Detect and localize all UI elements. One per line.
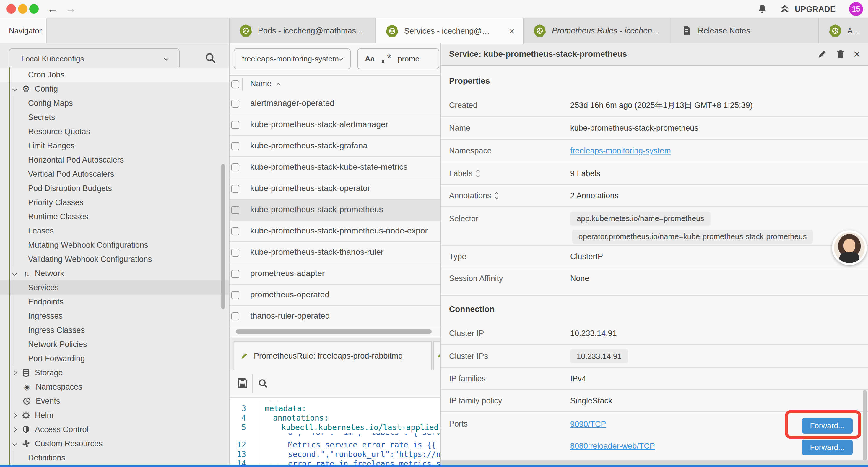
code-link[interactable]: https://net — [399, 450, 440, 459]
table-row[interactable]: alertmanager-operated — [229, 93, 440, 114]
search-input[interactable] — [398, 54, 433, 63]
sidebar-item-mutating-webhook-configurations[interactable]: Mutating Webhook Configurations — [0, 238, 229, 252]
select-all-checkbox[interactable] — [231, 80, 239, 88]
forward-port-button-8080[interactable]: Forward... — [802, 439, 852, 455]
sidebar-item-validating-webhook-configurations[interactable]: Validating Webhook Configurations — [0, 252, 229, 266]
row-checkbox[interactable] — [231, 99, 239, 108]
sidebar-search-icon[interactable] — [204, 52, 217, 64]
row-checkbox[interactable] — [231, 142, 239, 150]
account-badge[interactable]: 15 — [849, 2, 863, 16]
table-row[interactable]: kube-prometheus-stack-kube-state-metrics — [229, 157, 440, 178]
minimize-window-button[interactable] — [18, 4, 28, 13]
document-icon — [681, 25, 692, 37]
row-checkbox[interactable] — [231, 270, 239, 278]
sidebar-item-services[interactable]: Services — [0, 281, 229, 295]
sidebar-item-storage[interactable]: Storage — [0, 366, 229, 380]
tab-prometheus-rules[interactable]: Prometheus Rules - icecheng... — [524, 18, 671, 43]
sidebar-item-limit-ranges[interactable]: Limit Ranges — [0, 139, 229, 153]
close-panel-icon[interactable]: × — [854, 49, 860, 59]
match-case-toggle[interactable]: Aa — [365, 54, 375, 63]
navigator-panel-tab[interactable]: Navigator — [0, 18, 47, 43]
sidebar-item-helm[interactable]: Helm — [0, 408, 229, 422]
row-checkbox[interactable] — [231, 249, 239, 257]
delete-trash-icon[interactable] — [835, 49, 846, 59]
sidebar-item-endpoints[interactable]: Endpoints — [0, 295, 229, 309]
save-icon[interactable] — [236, 377, 249, 389]
port-link-9090[interactable]: 9090/TCP — [570, 420, 606, 429]
sidebar-item-config[interactable]: ⚙Config — [0, 82, 229, 96]
sidebar-item-leases[interactable]: Leases — [0, 224, 229, 238]
kubeconfig-selector[interactable]: Local Kubeconfigs — [9, 49, 180, 69]
forward-button[interactable]: → — [66, 2, 76, 16]
editor-search-icon[interactable] — [257, 378, 269, 389]
expand-collapse-icon[interactable] — [495, 193, 498, 199]
tab-release-notes[interactable]: Release Notes — [671, 18, 819, 43]
notifications-bell-icon[interactable] — [756, 3, 768, 15]
row-checkbox[interactable] — [231, 185, 239, 193]
expand-collapse-icon[interactable] — [477, 170, 479, 176]
table-row[interactable]: kube-prometheus-stack-grafana — [229, 136, 440, 157]
table-row-selected[interactable]: kube-prometheus-stack-prometheus — [229, 200, 440, 221]
kubeconfig-selector-value: Local Kubeconfigs — [21, 54, 84, 63]
row-checkbox[interactable] — [231, 121, 239, 129]
sidebar-item-resource-quotas[interactable]: Resource Quotas — [0, 124, 229, 139]
name-column-header[interactable]: Name — [250, 79, 280, 88]
sidebar-item-ingress-classes[interactable]: Ingress Classes — [0, 323, 229, 337]
regex-toggle[interactable]: * — [381, 54, 391, 64]
sidebar-item-network-policies[interactable]: Network Policies — [0, 337, 229, 351]
tab-services[interactable]: Services - icecheng@math... × — [376, 18, 524, 44]
row-checkbox[interactable] — [231, 227, 239, 235]
service-name: prometheus-adapter — [250, 269, 439, 278]
editor-tab-label: PrometheusRule: freeleaps-prod-rabbitmq — [254, 351, 403, 360]
tab-pods[interactable]: Pods - icecheng@mathmas... — [229, 18, 376, 43]
detail-scrollbar[interactable] — [863, 390, 867, 461]
maximize-window-button[interactable] — [29, 4, 39, 13]
edit-pencil-icon[interactable] — [817, 49, 828, 59]
sidebar-item-vertical-pod-autoscalers[interactable]: Vertical Pod Autoscalers — [0, 167, 229, 181]
sidebar-item-events[interactable]: Events — [0, 394, 229, 408]
sidebar-item-secrets[interactable]: Secrets — [0, 110, 229, 124]
sidebar-item-namespaces[interactable]: ◈Namespaces — [0, 380, 229, 394]
table-row[interactable]: kube-prometheus-stack-alertmanager — [229, 114, 440, 136]
avatar[interactable] — [832, 230, 867, 265]
sidebar-item-network[interactable]: ↑↓Network — [0, 266, 229, 281]
sidebar-item-ingresses[interactable]: Ingresses — [0, 309, 229, 323]
chevron-down-icon — [12, 271, 17, 276]
horizontal-scrollbar[interactable] — [236, 329, 432, 334]
sidebar-item-config-maps[interactable]: Config Maps — [0, 96, 229, 110]
name-filter-box[interactable]: Aa * — [357, 49, 439, 69]
table-row[interactable]: kube-prometheus-stack-thanos-ruler — [229, 242, 440, 263]
sidebar-item-port-forwarding[interactable]: Port Forwarding — [0, 351, 229, 366]
editor-tab-prometheusrule[interactable]: PrometheusRule: freeleaps-prod-rabbitmq — [234, 341, 432, 370]
table-row[interactable]: prometheus-adapter — [229, 263, 440, 285]
yaml-editor[interactable]: 3metadata: 4annotations: 5kubectl.kubern… — [229, 398, 440, 467]
sidebar-item-definitions[interactable]: Definitions — [0, 451, 229, 465]
row-checkbox[interactable] — [231, 291, 239, 299]
sidebar-scrollbar[interactable] — [221, 164, 225, 309]
namespace-link[interactable]: freeleaps-monitoring-system — [570, 146, 671, 155]
upgrade-button[interactable]: UPGRADE — [779, 3, 836, 15]
item-label: Access Control — [35, 425, 89, 434]
sidebar-item-cron-jobs[interactable]: Cron Jobs — [0, 68, 229, 82]
sidebar-item-horizontal-pod-autoscalers[interactable]: Horizontal Pod Autoscalers — [0, 153, 229, 167]
row-checkbox[interactable] — [231, 164, 239, 171]
sidebar-item-priority-classes[interactable]: Priority Classes — [0, 195, 229, 209]
close-tab-icon[interactable]: × — [501, 25, 515, 37]
row-label: Created — [449, 101, 477, 110]
editor-tab-next[interactable] — [433, 341, 440, 370]
namespace-filter-dropdown[interactable]: freeleaps-monitoring-system — [234, 49, 351, 69]
tab-argo[interactable]: Argo Se — [819, 18, 868, 43]
back-button[interactable]: ← — [47, 2, 58, 16]
sidebar-item-access-control[interactable]: Access Control — [0, 422, 229, 437]
port-link-8080[interactable]: 8080:reloader-web/TCP — [570, 442, 655, 451]
table-row[interactable]: kube-prometheus-stack-operator — [229, 178, 440, 200]
row-checkbox[interactable] — [231, 206, 239, 214]
table-row[interactable]: prometheus-operated — [229, 285, 440, 306]
sidebar-item-runtime-classes[interactable]: Runtime Classes — [0, 209, 229, 224]
sidebar-item-pod-disruption-budgets[interactable]: Pod Disruption Budgets — [0, 181, 229, 195]
row-checkbox[interactable] — [231, 313, 239, 320]
sidebar-item-custom-resources[interactable]: Custom Resources — [0, 437, 229, 451]
table-row[interactable]: kube-prometheus-stack-prometheus-node-ex… — [229, 221, 440, 242]
table-row[interactable]: thanos-ruler-operated — [229, 306, 440, 327]
close-window-button[interactable] — [6, 4, 16, 13]
